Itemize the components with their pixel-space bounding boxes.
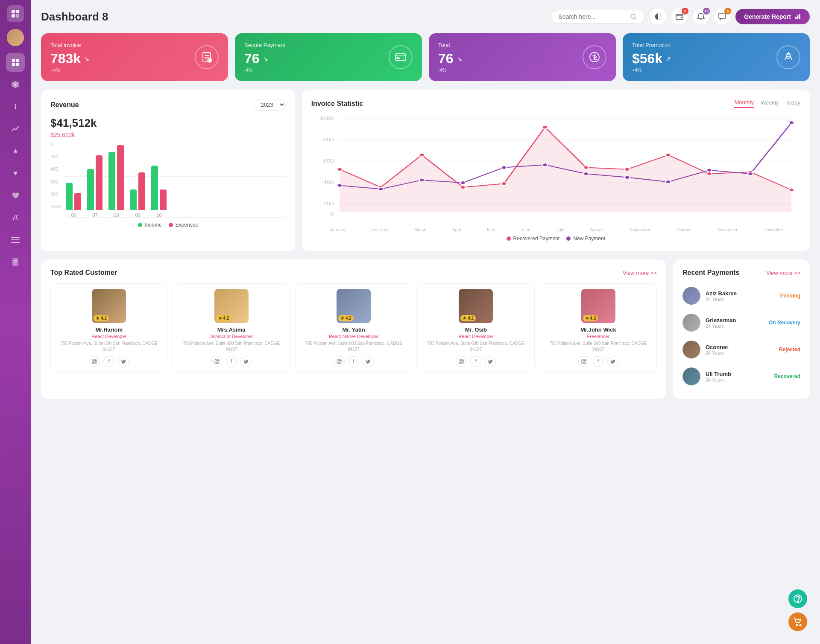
twitter-icon[interactable] (240, 356, 252, 367)
twitter-icon[interactable] (607, 356, 618, 367)
svg-point-80 (462, 360, 463, 361)
tab-monthly[interactable]: Monthly (734, 99, 754, 108)
facebook-icon[interactable]: f (593, 356, 604, 367)
search-icon (630, 13, 637, 20)
legend-recovered: Recovered Payment (513, 236, 560, 242)
sidebar-item-analytics[interactable] (6, 119, 25, 138)
payments-view-more[interactable]: View more >> (766, 270, 800, 276)
twitter-icon[interactable] (118, 356, 129, 367)
svg-point-63 (583, 172, 589, 175)
y-axis-labels: 10008006004002000 (50, 142, 61, 210)
sidebar-item-info[interactable]: ℹ (6, 97, 25, 116)
year-selector[interactable]: 2023 2022 2021 (254, 99, 286, 111)
revenue-card: Revenue 2023 2022 2021 $41,512k $25,612k… (41, 90, 295, 251)
list-item: Aziz Bakree 24 Years Pending (682, 283, 800, 309)
instagram-icon[interactable] (211, 356, 223, 367)
wallet-badge: 2 (682, 8, 688, 15)
list-item: ★ 4.2 Mr. Osib React Developer 795 Folso… (417, 283, 534, 373)
instagram-icon[interactable] (334, 356, 345, 367)
legend-expenses: Expenses (176, 222, 198, 228)
stat-value-promo: $56k (632, 51, 662, 67)
svg-point-70 (94, 361, 96, 363)
instagram-icon[interactable] (578, 356, 589, 367)
chat-button[interactable]: 5 (714, 9, 730, 25)
svg-point-18 (681, 17, 682, 18)
stat-icon-payment (389, 45, 413, 69)
tab-today[interactable]: Today (785, 99, 800, 108)
support-fab[interactable] (788, 589, 807, 608)
svg-line-16 (635, 18, 636, 20)
header-right: 2 12 5 Generate Report (551, 9, 810, 25)
sidebar-item-dashboard[interactable] (6, 53, 25, 72)
svg-point-68 (789, 121, 794, 125)
invoice-title: Invoice Statistic (311, 100, 363, 108)
svg-point-67 (748, 172, 753, 175)
revenue-title: Revenue (50, 101, 79, 109)
bell-button[interactable]: 12 (693, 9, 709, 25)
svg-point-61 (501, 166, 507, 169)
svg-point-49 (501, 182, 507, 185)
sidebar-item-menu[interactable] (6, 230, 25, 249)
instagram-icon[interactable] (89, 356, 100, 367)
stat-value-total: 76 (438, 51, 454, 67)
svg-point-45 (337, 168, 342, 171)
legend-income: Income (145, 222, 161, 228)
stat-icon-invoice: $ (195, 45, 219, 69)
stat-card-invoice: Total invoice 783k ↘ +4% $ (41, 33, 228, 81)
facebook-icon[interactable]: f (470, 356, 481, 367)
stat-value-invoice: 783k (50, 51, 81, 67)
cart-fab[interactable] (788, 612, 807, 631)
svg-rect-10 (11, 242, 20, 243)
svg-point-71 (95, 360, 96, 361)
svg-text:400: 400 (323, 180, 334, 185)
svg-point-76 (338, 361, 340, 363)
chart-tabs: Monthly Weekly Today (734, 99, 800, 108)
sidebar-item-likes[interactable]: ♥ (6, 164, 25, 183)
sidebar-item-saved[interactable]: 🤍 (6, 186, 25, 205)
list-item: ★ 4.2 Mr.Hariom React Developer 795 Fols… (50, 283, 167, 373)
svg-rect-12 (14, 260, 17, 261)
list-item: ★ 4.2 Mrs.Asima Javascript Developer 795… (173, 283, 290, 373)
twitter-icon[interactable] (485, 356, 496, 367)
facebook-icon[interactable]: f (226, 356, 237, 367)
instagram-icon[interactable] (456, 356, 467, 367)
stat-icon-promo (776, 45, 800, 69)
svg-rect-0 (12, 10, 15, 13)
stat-trend-promo: +4% (632, 67, 671, 73)
search-input[interactable] (558, 13, 627, 20)
sidebar-item-print[interactable]: 🖨 (6, 208, 25, 227)
svg-point-83 (585, 360, 586, 361)
avatar[interactable] (7, 29, 24, 46)
bar-chart-legend: Income Expenses (50, 222, 286, 228)
sidebar-item-reports[interactable] (6, 253, 25, 271)
customers-view-more[interactable]: View more >> (623, 270, 657, 276)
wallet-button[interactable]: 2 (671, 9, 688, 25)
svg-point-86 (797, 625, 798, 626)
svg-rect-6 (12, 63, 15, 66)
generate-report-button[interactable]: Generate Report (735, 9, 810, 24)
stat-value-payment: 76 (244, 51, 260, 67)
twitter-icon[interactable] (363, 356, 374, 367)
search-box (551, 10, 645, 23)
list-item: Uli Trumb 24 Years Recovered (682, 363, 800, 390)
sidebar-item-settings[interactable] (6, 75, 25, 94)
sidebar-logo[interactable] (7, 5, 24, 22)
sidebar-item-favorites[interactable]: ★ (6, 142, 25, 160)
stat-label-invoice: Total invoice (50, 42, 89, 48)
svg-point-87 (800, 625, 801, 626)
charts-row: Revenue 2023 2022 2021 $41,512k $25,612k… (41, 90, 810, 251)
customers-grid: ★ 4.2 Mr.Hariom React Developer 795 Fols… (50, 283, 657, 373)
stat-trend-payment: -4% (244, 67, 285, 73)
svg-point-64 (624, 176, 630, 179)
svg-point-50 (542, 125, 548, 129)
svg-point-53 (665, 153, 671, 157)
dark-mode-button[interactable] (650, 9, 666, 25)
customers-title: Top Rated Customer (50, 269, 117, 277)
facebook-icon[interactable]: f (348, 356, 359, 367)
tab-weekly[interactable]: Weekly (761, 99, 779, 108)
svg-rect-3 (16, 14, 19, 17)
svg-rect-31 (397, 58, 399, 59)
svg-rect-19 (719, 13, 726, 18)
facebook-icon[interactable]: f (103, 356, 114, 367)
svg-rect-7 (16, 63, 19, 66)
